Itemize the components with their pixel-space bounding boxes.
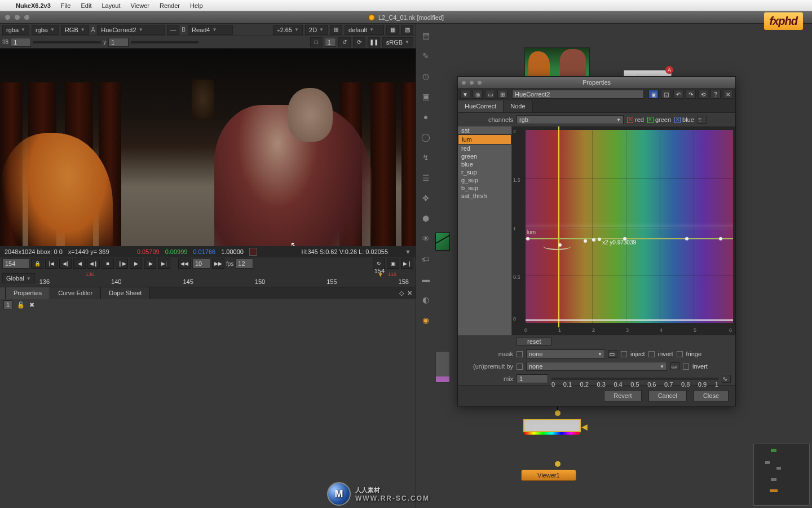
gamma-slider[interactable] (131, 41, 198, 43)
collapse-icon[interactable]: ▼ (460, 90, 470, 99)
viewer-grid-icon[interactable]: ▦ (386, 25, 399, 35)
curve-rsup[interactable]: r_sup (458, 168, 511, 176)
keyer-tool-icon[interactable]: ↯ (421, 152, 431, 163)
channel-b-select[interactable]: rgba▼ (32, 25, 59, 35)
close-icon[interactable]: ✕ (723, 90, 733, 99)
frame-field[interactable]: 154 (2, 259, 29, 269)
proxy-icon[interactable]: □ (310, 37, 323, 47)
tab-node[interactable]: Node (504, 100, 532, 112)
channels-menu-icon[interactable]: ≡ (698, 116, 707, 124)
control-point[interactable] (719, 237, 722, 240)
mask-select[interactable]: none▼ (526, 349, 605, 358)
unpremult-select[interactable]: none▼ (526, 362, 667, 371)
metadata-tool-icon[interactable]: 🏷 (421, 254, 431, 264)
chk-red[interactable]: ✕red (627, 116, 644, 123)
control-point[interactable] (584, 239, 587, 243)
invert-chk[interactable] (648, 351, 655, 357)
nodegraph-icon[interactable]: ⊞ (497, 90, 508, 99)
next-key-button[interactable]: |▶ (144, 259, 156, 269)
step-back-button[interactable]: ◀❙ (87, 259, 100, 269)
channels-select[interactable]: rgb▼ (517, 115, 624, 124)
chk-blue[interactable]: ✕blue (674, 116, 694, 123)
channel-tool-icon[interactable]: ▣ (421, 91, 431, 102)
flipbook-button[interactable]: ▶❙ (401, 259, 413, 269)
tab-properties[interactable]: Properties (6, 287, 50, 299)
curve-sat[interactable]: sat (458, 126, 511, 134)
curve-red[interactable]: red (458, 144, 511, 152)
draw-tool-icon[interactable]: ✎ (421, 51, 431, 61)
lock-small-icon[interactable]: 🔓 (17, 301, 25, 309)
gain-slider[interactable] (33, 41, 101, 43)
gamma-field[interactable]: 1 (108, 38, 129, 47)
control-point[interactable] (558, 243, 562, 247)
pin-icon[interactable]: ◇ (399, 290, 404, 297)
menu-file[interactable]: File (61, 2, 71, 9)
proxy-field[interactable]: 1 (325, 38, 336, 47)
layer-select[interactable]: RGB▼ (61, 25, 89, 35)
wipe-button[interactable]: — (167, 25, 179, 35)
panel-min-dot[interactable] (469, 80, 474, 85)
huecorrect-node[interactable]: HueCorrect2 ◀ (523, 419, 581, 432)
filter-tool-icon[interactable]: ◯ (421, 132, 431, 142)
unpremult-enable-chk[interactable] (517, 364, 523, 370)
time-tool-icon[interactable]: ◷ (421, 71, 431, 81)
revert-icon[interactable]: ⟲ (698, 90, 708, 99)
tab-curve-editor[interactable]: Curve Editor (50, 287, 101, 299)
timeline-in[interactable]: 136 (86, 271, 94, 277)
revert-button[interactable]: Revert (604, 390, 641, 401)
chevron-down-icon[interactable]: ▼ (405, 248, 411, 255)
center-icon[interactable]: ◎ (473, 90, 483, 99)
step-fwd-button[interactable]: ❙▶ (116, 259, 128, 269)
gain-field[interactable]: 1 (11, 38, 31, 47)
maximize-icon[interactable]: ◱ (661, 90, 671, 99)
lock-icon[interactable]: 🔒 (31, 259, 43, 269)
invert2-chk[interactable] (683, 364, 689, 370)
refresh-icon[interactable]: ⟳ (353, 37, 365, 47)
mix-slider[interactable]: 00.10.20.30.40.50.60.70.80.91 (551, 378, 718, 380)
menu-render[interactable]: Render (160, 2, 180, 9)
3d-tool-icon[interactable]: ⬢ (421, 213, 431, 224)
reset-button[interactable]: reset (517, 337, 551, 346)
read-thumbnail-node[interactable] (524, 47, 590, 80)
channel-a-select[interactable]: rgba▼ (2, 25, 29, 35)
viewer-node[interactable]: Viewer1 (521, 470, 576, 481)
help-icon[interactable]: ? (710, 90, 721, 99)
skip-field[interactable]: 10 (192, 259, 210, 269)
menu-help[interactable]: Help (190, 2, 203, 9)
control-point[interactable] (685, 237, 689, 240)
chk-green[interactable]: ✕green (647, 116, 671, 123)
viewer-opt-1[interactable]: ⊞ (330, 25, 342, 35)
traffic-lights[interactable] (5, 14, 30, 20)
control-point[interactable] (592, 238, 595, 242)
close-dot[interactable] (5, 14, 11, 20)
colorchip-icon[interactable]: ▭ (485, 90, 495, 99)
skip-back-button[interactable]: ◀◀ (178, 259, 191, 269)
clip-select[interactable]: default▼ (345, 25, 384, 35)
control-point[interactable] (598, 238, 601, 241)
menu-layout[interactable]: Layout (102, 2, 120, 9)
dim-select[interactable]: 2D▼ (305, 25, 328, 35)
play-fwd-button[interactable]: ▶ (130, 259, 142, 269)
curve-dip[interactable] (543, 242, 571, 250)
a-input-select[interactable]: HueCorrect2▼ (97, 25, 165, 35)
other-tool-icon[interactable]: ▬ (421, 274, 431, 284)
pause-icon[interactable]: ❚❚ (368, 37, 380, 47)
min-dot[interactable] (14, 14, 20, 20)
menu-app[interactable]: NukeX6.2v3 (16, 2, 51, 9)
play-back-button[interactable]: ◀ (73, 259, 86, 269)
curve-list[interactable]: sat lum red green blue r_sup g_sup b_sup… (458, 126, 512, 335)
color-tool-icon[interactable]: ● (421, 112, 431, 122)
unpremult-link-icon[interactable]: ▭ (670, 362, 679, 370)
node-name-field[interactable]: HueCorrect2 (512, 90, 644, 99)
tab-close-icon[interactable]: ✕ (407, 290, 412, 297)
zoom-dot[interactable] (24, 14, 30, 20)
menu-viewer[interactable]: Viewer (131, 2, 149, 9)
viewer-image[interactable]: ↖ (0, 49, 416, 246)
read-fragment-node[interactable] (435, 351, 450, 383)
last-frame-button[interactable]: ▶| (158, 259, 170, 269)
curve-gsup[interactable]: g_sup (458, 176, 511, 184)
zoom-select[interactable]: ÷2.65▼ (273, 25, 303, 35)
fringe-chk[interactable] (677, 351, 683, 357)
viewer-grid2-icon[interactable]: ▨ (401, 25, 413, 35)
minimap[interactable] (753, 444, 810, 506)
